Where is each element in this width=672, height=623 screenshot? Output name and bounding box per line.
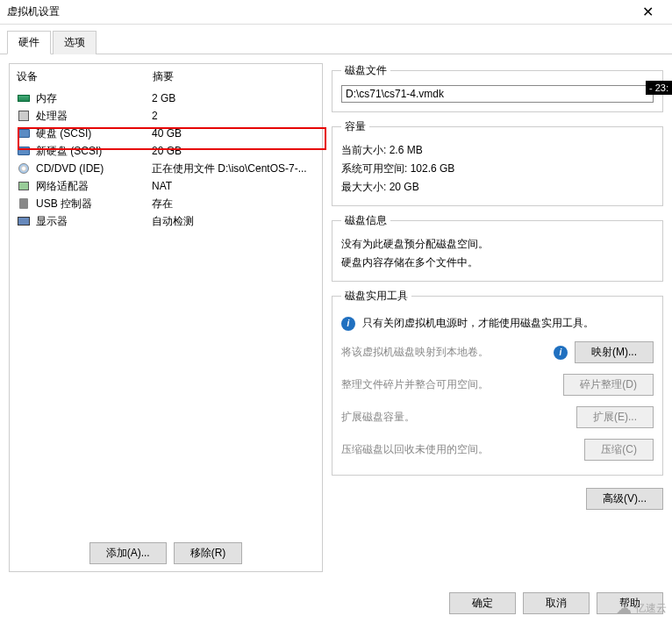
device-name: 网络适配器 — [36, 179, 152, 194]
device-row-memory[interactable]: 内存 2 GB — [10, 90, 322, 107]
capacity-free: 系统可用空间: 102.6 GB — [341, 160, 654, 178]
background-time: - 23: — [646, 81, 672, 95]
advanced-row: 高级(V)... — [332, 483, 663, 515]
ok-button[interactable]: 确定 — [449, 592, 516, 614]
tool-map-row: 将该虚拟机磁盘映射到本地卷。 i 映射(M)... — [341, 336, 654, 369]
close-button[interactable]: ✕ — [630, 4, 665, 20]
network-icon — [17, 180, 31, 192]
map-button[interactable]: 映射(M)... — [575, 341, 654, 363]
tab-strip: 硬件 选项 — [0, 25, 672, 54]
device-summary: 正在使用文件 D:\iso\CentOS-7-... — [152, 161, 315, 176]
device-name: 新硬盘 (SCSI) — [36, 144, 152, 159]
dialog-buttons: 确定 取消 帮助 — [449, 592, 663, 614]
device-row-display[interactable]: 显示器 自动检测 — [10, 212, 322, 230]
device-row-newdisk[interactable]: 新硬盘 (SCSI) 20 GB — [10, 142, 322, 160]
compact-button[interactable]: 压缩(C) — [584, 439, 654, 461]
tool-expand-desc: 扩展磁盘容量。 — [341, 410, 569, 425]
cd-icon — [17, 162, 31, 175]
device-summary: 2 GB — [152, 92, 315, 104]
tool-expand-row: 扩展磁盘容量。 扩展(E)... — [341, 401, 654, 433]
device-name: CD/DVD (IDE) — [36, 162, 152, 175]
help-button[interactable]: 帮助 — [597, 592, 663, 614]
device-name: 硬盘 (SCSI) — [36, 126, 152, 141]
tool-map-desc: 将该虚拟机磁盘映射到本地卷。 — [341, 345, 547, 360]
window-title: 虚拟机设置 — [7, 4, 630, 19]
tools-warning-row: i 只有关闭虚拟机电源时，才能使用磁盘实用工具。 — [341, 311, 654, 336]
capacity-group: 容量 当前大小: 2.6 MB 系统可用空间: 102.6 GB 最大大小: 2… — [332, 119, 663, 206]
add-button[interactable]: 添加(A)... — [89, 542, 167, 564]
device-name: 内存 — [36, 91, 152, 106]
device-list: 内存 2 GB 处理器 2 硬盘 (SCSI) 40 GB 新硬盘 (SCSI)… — [10, 90, 322, 535]
defrag-button[interactable]: 碎片整理(D) — [563, 374, 654, 396]
diskinfo-legend: 磁盘信息 — [341, 213, 390, 228]
diskfile-input[interactable] — [341, 85, 654, 103]
title-bar: 虚拟机设置 ✕ — [0, 0, 672, 25]
device-name: USB 控制器 — [36, 197, 152, 211]
device-summary: 存在 — [152, 197, 315, 211]
device-panel: 设备 摘要 内存 2 GB 处理器 2 硬盘 (SCSI) 40 GB 新硬盘 … — [9, 63, 323, 572]
tab-options[interactable]: 选项 — [53, 31, 97, 54]
device-name: 处理器 — [36, 109, 152, 124]
device-summary: 自动检测 — [152, 214, 315, 229]
content-area: 设备 摘要 内存 2 GB 处理器 2 硬盘 (SCSI) 40 GB 新硬盘 … — [0, 54, 672, 581]
device-name: 显示器 — [36, 214, 152, 229]
usb-icon — [17, 197, 31, 210]
capacity-legend: 容量 — [341, 119, 369, 134]
monitor-icon — [17, 215, 31, 227]
expand-button[interactable]: 扩展(E)... — [576, 406, 654, 428]
details-panel: 磁盘文件 容量 当前大小: 2.6 MB 系统可用空间: 102.6 GB 最大… — [332, 63, 663, 572]
diskfile-group: 磁盘文件 — [332, 63, 663, 112]
diskinfo-group: 磁盘信息 没有为此硬盘预分配磁盘空间。 硬盘内容存储在多个文件中。 — [332, 213, 663, 282]
info-icon: i — [341, 317, 355, 331]
tool-defrag-row: 整理文件碎片并整合可用空间。 碎片整理(D) — [341, 369, 654, 401]
tool-compact-row: 压缩磁盘以回收未使用的空间。 压缩(C) — [341, 433, 654, 466]
device-row-cddvd[interactable]: CD/DVD (IDE) 正在使用文件 D:\iso\CentOS-7-... — [10, 160, 322, 177]
memory-icon — [17, 92, 31, 104]
tools-group: 磁盘实用工具 i 只有关闭虚拟机电源时，才能使用磁盘实用工具。 将该虚拟机磁盘映… — [332, 289, 663, 476]
tools-warning: 只有关闭虚拟机电源时，才能使用磁盘实用工具。 — [362, 316, 654, 331]
device-summary: 40 GB — [152, 127, 315, 140]
device-summary: 2 — [152, 110, 315, 122]
diskinfo-line1: 没有为此硬盘预分配磁盘空间。 — [341, 235, 654, 254]
device-summary: NAT — [152, 180, 315, 192]
cancel-button[interactable]: 取消 — [523, 592, 590, 614]
disk-icon — [17, 127, 31, 140]
device-row-usb[interactable]: USB 控制器 存在 — [10, 195, 322, 212]
tab-hardware[interactable]: 硬件 — [7, 31, 51, 54]
device-row-network[interactable]: 网络适配器 NAT — [10, 177, 322, 195]
info-icon[interactable]: i — [554, 346, 568, 360]
header-device: 设备 — [17, 69, 153, 84]
tools-legend: 磁盘实用工具 — [341, 289, 411, 304]
device-buttons: 添加(A)... 移除(R) — [10, 535, 322, 571]
advanced-button[interactable]: 高级(V)... — [586, 488, 663, 510]
device-row-disk[interactable]: 硬盘 (SCSI) 40 GB — [10, 125, 322, 142]
tool-compact-desc: 压缩磁盘以回收未使用的空间。 — [341, 442, 577, 457]
tool-defrag-desc: 整理文件碎片并整合可用空间。 — [341, 377, 556, 392]
diskfile-legend: 磁盘文件 — [341, 63, 390, 78]
device-header: 设备 摘要 — [10, 64, 322, 90]
cpu-icon — [17, 110, 31, 122]
header-summary: 摘要 — [153, 69, 315, 84]
remove-button[interactable]: 移除(R) — [174, 542, 243, 564]
capacity-max: 最大大小: 20 GB — [341, 178, 654, 197]
diskinfo-line2: 硬盘内容存储在多个文件中。 — [341, 254, 654, 272]
device-summary: 20 GB — [152, 145, 315, 157]
capacity-current: 当前大小: 2.6 MB — [341, 141, 654, 160]
disk-icon — [17, 145, 31, 157]
device-row-cpu[interactable]: 处理器 2 — [10, 107, 322, 125]
